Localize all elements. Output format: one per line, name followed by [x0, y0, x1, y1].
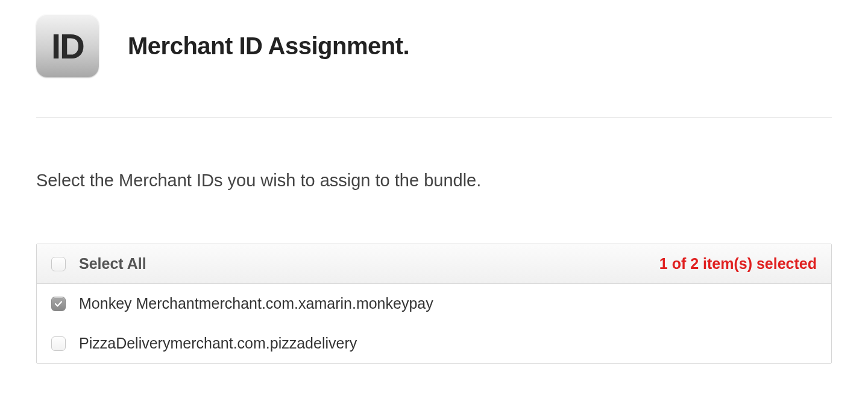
- select-all-label: Select All: [79, 255, 146, 273]
- merchant-id-table: Select All 1 of 2 item(s) selected Monke…: [36, 244, 832, 364]
- page-title: Merchant ID Assignment.: [128, 33, 409, 60]
- selected-count-text: 1 of 2 item(s) selected: [659, 255, 817, 273]
- table-row: PizzaDeliverymerchant.com.pizzadelivery: [37, 324, 831, 363]
- check-icon: [54, 299, 63, 309]
- page-header: ID Merchant ID Assignment.: [36, 14, 832, 118]
- instruction-text: Select the Merchant IDs you wish to assi…: [36, 171, 832, 191]
- merchant-label: PizzaDeliverymerchant.com.pizzadelivery: [79, 335, 357, 352]
- merchant-checkbox[interactable]: [51, 297, 66, 311]
- id-badge-icon: ID: [36, 14, 99, 77]
- table-header-row: Select All 1 of 2 item(s) selected: [37, 244, 831, 284]
- merchant-checkbox[interactable]: [51, 336, 66, 351]
- id-badge-text: ID: [51, 26, 84, 66]
- select-all-checkbox[interactable]: [51, 257, 66, 271]
- merchant-label: Monkey Merchantmerchant.com.xamarin.monk…: [79, 295, 433, 312]
- table-row: Monkey Merchantmerchant.com.xamarin.monk…: [37, 284, 831, 324]
